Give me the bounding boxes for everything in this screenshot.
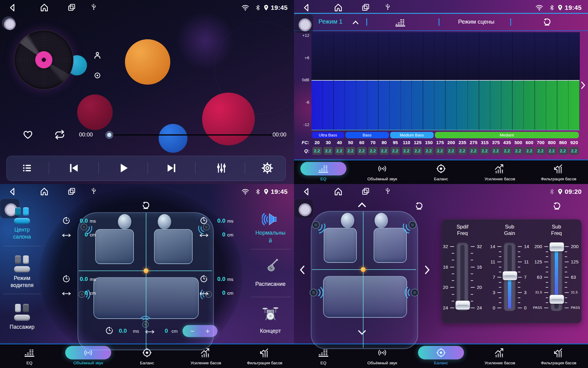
recents-icon[interactable] bbox=[361, 3, 370, 12]
q-value-chip[interactable]: 2.2 bbox=[413, 147, 422, 155]
back-icon[interactable] bbox=[8, 187, 17, 196]
q-value-chip[interactable]: 2.2 bbox=[323, 147, 333, 155]
reset-icon[interactable] bbox=[415, 202, 423, 210]
band-chip[interactable]: Ultra Bass bbox=[312, 132, 344, 138]
slider-title: Freq bbox=[538, 230, 575, 236]
recents-icon[interactable] bbox=[361, 187, 370, 196]
q-value-chip[interactable]: 2.2 bbox=[312, 147, 322, 155]
band-chip[interactable]: Mediant bbox=[435, 132, 579, 138]
playlist-icon[interactable] bbox=[22, 163, 32, 173]
repeat-icon[interactable] bbox=[54, 129, 66, 140]
speaker-icon bbox=[403, 220, 417, 233]
album-disc-icon[interactable] bbox=[94, 72, 101, 79]
recents-icon[interactable] bbox=[67, 3, 76, 12]
tab-bass-filter[interactable]: Фильтрация басов bbox=[529, 160, 588, 184]
tab-surround-sound[interactable]: Объёмный звук bbox=[353, 160, 412, 184]
q-value-chip[interactable]: 2.2 bbox=[525, 147, 534, 155]
next-track-icon[interactable] bbox=[166, 162, 177, 174]
delay-cm-unit: cm bbox=[227, 232, 233, 237]
clock-time: 19:45 bbox=[271, 188, 288, 195]
tick-minor bbox=[518, 272, 520, 272]
q-value-chip[interactable]: 2.2 bbox=[402, 147, 411, 155]
q-value-chip[interactable]: 2.2 bbox=[469, 147, 478, 155]
back-icon[interactable] bbox=[302, 3, 311, 12]
tick-minor bbox=[565, 256, 567, 257]
chevron-up-icon[interactable] bbox=[357, 201, 367, 209]
recents-icon[interactable] bbox=[67, 187, 76, 196]
settings-gear-icon[interactable] bbox=[262, 162, 273, 174]
tick-minor bbox=[518, 297, 520, 298]
seat-bench bbox=[14, 218, 30, 224]
q-value-chip[interactable]: 2.2 bbox=[346, 147, 355, 155]
q-value-chip[interactable]: 2.2 bbox=[379, 147, 389, 155]
mixer-icon[interactable] bbox=[216, 163, 227, 174]
favorite-heart-icon[interactable] bbox=[23, 129, 33, 140]
q-value-chip[interactable]: 2.2 bbox=[558, 147, 568, 155]
surround-sound-screen: 0.0 ms 0 cm − + EQОбъёмный звукБалансУси… bbox=[0, 184, 294, 368]
q-value-chip[interactable]: 2.2 bbox=[480, 147, 489, 155]
progress-track[interactable] bbox=[111, 134, 277, 136]
tick-minor bbox=[499, 297, 501, 298]
tab-bass-filter[interactable]: Фильтрация басов bbox=[529, 344, 588, 368]
q-value-chip[interactable]: 2.2 bbox=[458, 147, 467, 155]
home-icon[interactable] bbox=[334, 3, 343, 12]
q-value-chip[interactable]: 2.2 bbox=[357, 147, 367, 155]
chevron-left-icon[interactable] bbox=[299, 265, 306, 275]
reset-icon[interactable] bbox=[141, 201, 150, 210]
tab-bass-boost[interactable]: Усиление басов bbox=[470, 344, 529, 368]
q-value-chip[interactable]: 2.2 bbox=[536, 147, 545, 155]
scene-mode-button[interactable]: Режим сцены bbox=[441, 18, 511, 25]
q-value-chip[interactable]: 2.2 bbox=[547, 147, 556, 155]
listening-position-dot[interactable] bbox=[361, 267, 366, 272]
slider-handle[interactable] bbox=[503, 271, 517, 280]
scene-item-3[interactable] bbox=[247, 304, 293, 343]
home-icon[interactable] bbox=[40, 187, 49, 196]
home-icon[interactable] bbox=[334, 187, 343, 196]
floating-widget[interactable] bbox=[294, 14, 314, 33]
tick-major bbox=[450, 246, 454, 247]
tab-eq-bars[interactable]: EQ bbox=[294, 160, 353, 184]
chevron-right-icon[interactable] bbox=[580, 81, 586, 90]
bass-filter-icon bbox=[553, 348, 564, 358]
slider-handle[interactable] bbox=[549, 295, 564, 304]
back-icon[interactable] bbox=[8, 3, 17, 12]
reset-icon[interactable] bbox=[543, 18, 551, 26]
q-value-chip[interactable]: 2.2 bbox=[335, 147, 344, 155]
scene-item-2[interactable] bbox=[247, 257, 293, 297]
q-value-chip[interactable]: 2.2 bbox=[390, 147, 400, 155]
q-value-chip[interactable]: 2.2 bbox=[569, 147, 579, 155]
floating-widget[interactable] bbox=[2, 16, 15, 30]
progress-knob[interactable] bbox=[105, 131, 113, 139]
q-value-chip[interactable]: 2.2 bbox=[514, 147, 523, 155]
eq-mode-selector[interactable]: Режим 1 bbox=[318, 18, 342, 25]
listening-position-dot[interactable] bbox=[144, 268, 149, 273]
usb-icon bbox=[384, 187, 391, 194]
band-chip[interactable]: Bass bbox=[345, 132, 389, 138]
home-icon[interactable] bbox=[40, 3, 49, 12]
back-icon[interactable] bbox=[302, 187, 311, 196]
q-value-chip[interactable]: 2.2 bbox=[424, 147, 434, 155]
slider-handle[interactable] bbox=[455, 301, 470, 310]
eq-bars-icon[interactable] bbox=[395, 18, 405, 27]
band-chip[interactable]: Medium Bass bbox=[390, 132, 434, 138]
chevron-right-icon[interactable] bbox=[424, 265, 431, 275]
q-value-chip[interactable]: 2.2 bbox=[502, 147, 512, 155]
tab-balance[interactable]: Баланс bbox=[412, 160, 470, 184]
slider-handle[interactable] bbox=[549, 242, 564, 251]
chevron-up-icon[interactable] bbox=[352, 19, 360, 26]
reset-icon[interactable] bbox=[552, 202, 561, 210]
tab-bass-boost[interactable]: Усиление басов bbox=[470, 160, 529, 184]
artist-icon[interactable] bbox=[93, 51, 102, 59]
tab-balance[interactable]: Баланс bbox=[412, 344, 470, 368]
clock-delay-icon bbox=[62, 217, 70, 225]
play-icon[interactable] bbox=[117, 162, 130, 174]
tab-eq-bars[interactable]: EQ bbox=[0, 344, 59, 368]
previous-track-icon[interactable] bbox=[68, 162, 80, 174]
q-value-chip[interactable]: 2.2 bbox=[447, 147, 456, 155]
floating-widget-dot bbox=[299, 18, 311, 31]
q-value-chip[interactable]: 2.2 bbox=[435, 147, 445, 155]
q-value-chip[interactable]: 2.2 bbox=[491, 147, 501, 155]
q-value-chip[interactable]: 2.2 bbox=[368, 147, 378, 155]
sidebar-item-3[interactable] bbox=[0, 303, 46, 339]
tab-bass-filter[interactable]: Фильтрация басов bbox=[235, 344, 294, 368]
